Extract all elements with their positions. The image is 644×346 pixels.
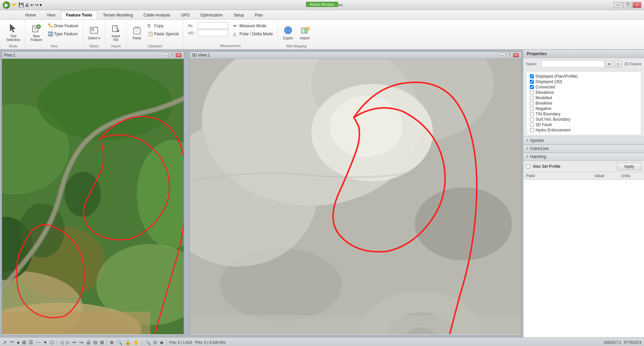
plan-minimize-btn[interactable]: —: [162, 53, 168, 57]
select-button[interactable]: Select ▾: [86, 21, 102, 44]
new-feature-label: NewFeature: [31, 34, 42, 42]
undo-icon[interactable]: ↩: [30, 2, 34, 7]
checkbox-modelled[interactable]: [530, 96, 534, 100]
status-arrow-right-icon[interactable]: ▷: [66, 340, 70, 345]
checkbox-tin-boundary[interactable]: [530, 112, 534, 116]
apply-button[interactable]: Apply: [617, 163, 641, 170]
status-layer-icon[interactable]: ⬡: [50, 340, 54, 345]
status-lock-icon[interactable]: 🔒: [125, 340, 131, 345]
status-join-icon[interactable]: ⊞: [100, 340, 104, 345]
checkbox-displayed-plan[interactable]: [530, 74, 534, 78]
import-button[interactable]: Import: [297, 21, 313, 44]
name-dropdown-btn[interactable]: ▾: [606, 60, 613, 68]
3d-view-content[interactable]: Y ⊿: [190, 59, 521, 334]
status-redo-icon[interactable]: ↪: [79, 340, 83, 345]
checkbox-hydro-enforcement[interactable]: [530, 128, 534, 132]
label-modelled: Modelled: [536, 95, 552, 100]
svg-marker-0: [10, 24, 15, 32]
tab-gps[interactable]: GPS: [176, 11, 194, 19]
tab-plan[interactable]: Plan: [250, 11, 268, 19]
3d-minimize-btn[interactable]: —: [500, 53, 506, 57]
polar-delta-button[interactable]: △ Polar / Delta Mode: [231, 30, 274, 38]
status-zoom-out-icon[interactable]: 🔍: [145, 340, 150, 345]
redo-icon[interactable]: ↪: [35, 2, 39, 7]
status-zoom-fit-icon[interactable]: ⊕: [110, 340, 114, 345]
tab-home[interactable]: Home: [20, 11, 41, 19]
hatching-section[interactable]: + Hatching: [523, 153, 644, 161]
tab-terrain-modeling[interactable]: Terrain Modeling: [98, 11, 138, 19]
checkbox-surf-vol-boundary[interactable]: [530, 117, 534, 121]
checkbox-elevations[interactable]: [530, 90, 534, 94]
status-wave-icon[interactable]: 〜: [9, 339, 14, 345]
checkbox-displayed-3d[interactable]: [530, 80, 534, 84]
close-button[interactable]: ✕: [633, 2, 641, 8]
status-grid-icon[interactable]: ⊞: [22, 340, 26, 345]
type-feature-button[interactable]: 🔤 Type Feature: [46, 30, 80, 38]
3d-restore-btn[interactable]: ❐: [506, 53, 512, 57]
plan-close-btn[interactable]: ✕: [176, 53, 182, 57]
plan-restore-btn[interactable]: ❐: [169, 53, 175, 57]
paste-special-button[interactable]: 📋 Paste Special: [146, 30, 180, 38]
import-group-content: InsertFile: [108, 21, 124, 44]
plan-view-header: Plan:1 — ❐ ✕: [2, 52, 184, 59]
insert-file-button[interactable]: InsertFile: [108, 21, 124, 44]
status-arrow-left-icon[interactable]: ◁: [60, 340, 63, 345]
new-feature-button[interactable]: NewFeature: [28, 21, 44, 44]
checkbox-breakline[interactable]: [530, 101, 534, 105]
restore-button[interactable]: ❐: [623, 2, 632, 8]
status-split-icon[interactable]: ⊟: [93, 340, 97, 345]
tab-setup[interactable]: Setup: [228, 11, 249, 19]
status-zoom-all-icon[interactable]: ⊙: [153, 340, 157, 345]
az-input[interactable]: [198, 22, 228, 29]
customize-icon[interactable]: ▾: [40, 2, 42, 7]
name-add-btn[interactable]: +: [614, 60, 622, 68]
export-button[interactable]: Export: [280, 21, 296, 44]
draw-feature-button[interactable]: ✏️ Draw Feature: [46, 22, 80, 30]
name-input[interactable]: [541, 60, 604, 68]
field-column-header: Field: [526, 174, 594, 178]
minimize-button[interactable]: —: [614, 2, 623, 8]
status-print-icon[interactable]: 🖨: [86, 340, 91, 345]
copy-button[interactable]: ⎘ Copy: [146, 22, 180, 30]
status-pan-icon[interactable]: ✋: [133, 340, 139, 345]
save-icon[interactable]: 💾: [18, 2, 24, 7]
checkbox-negative[interactable]: [530, 107, 534, 111]
name-label: Name:: [526, 62, 540, 66]
status-table-icon[interactable]: ☰: [29, 340, 33, 345]
export-label: Export: [283, 36, 293, 40]
open-icon[interactable]: 📂: [12, 2, 17, 7]
insert-file-icon: [110, 23, 121, 34]
checkbox-3d-facet[interactable]: [530, 123, 534, 127]
tab-view[interactable]: View: [42, 11, 60, 19]
status-point-icon[interactable]: ●: [17, 340, 19, 345]
paste-button[interactable]: Paste: [129, 21, 145, 44]
mode-group-content: ToolSelection: [4, 21, 22, 44]
status-cursor-icon[interactable]: ↗: [3, 340, 7, 345]
status-contour-icon[interactable]: ⋯: [36, 340, 41, 345]
status-zoom-in-icon[interactable]: 🔍: [117, 340, 122, 345]
3d-close-btn[interactable]: ✕: [513, 53, 519, 57]
color-line-section[interactable]: + Color/Line: [523, 145, 644, 153]
plan-view-content[interactable]: ⊿: [2, 59, 184, 334]
type-feature-label: Type Feature: [54, 32, 78, 36]
pnts-text: Pnts: 0 | 3,626.941: [195, 340, 226, 344]
status-star-icon[interactable]: ✦: [43, 340, 47, 345]
tab-cable-analysis[interactable]: Cable-Analysis: [138, 11, 175, 19]
paste-special-icon: 📋: [148, 31, 153, 37]
label-displayed-3d: Displayed (3D): [536, 79, 562, 84]
tab-feature-tools[interactable]: Feature Tools: [61, 11, 97, 19]
checkbox-connected[interactable]: [530, 85, 534, 89]
group-new: NewFeature ✏️ Draw Feature 🔤 Type Featur…: [26, 20, 83, 48]
new-group-label: New: [51, 44, 57, 48]
measure-mode-label: Measure Mode: [239, 24, 266, 28]
view-splitter[interactable]: [186, 50, 188, 337]
print-icon[interactable]: 🖨: [25, 2, 29, 7]
status-snap-icon[interactable]: ◈: [160, 340, 164, 345]
also-set-profile-checkbox[interactable]: [526, 164, 530, 168]
measure-mode-button[interactable]: ⇔ Measure Mode: [231, 22, 274, 30]
tab-optimization[interactable]: Optimization: [195, 11, 228, 19]
status-undo-icon[interactable]: ↩: [73, 340, 77, 345]
hd-input[interactable]: [198, 30, 228, 36]
symbol-section[interactable]: + Symbol: [523, 137, 644, 145]
tool-selection-button[interactable]: ToolSelection: [4, 21, 22, 44]
